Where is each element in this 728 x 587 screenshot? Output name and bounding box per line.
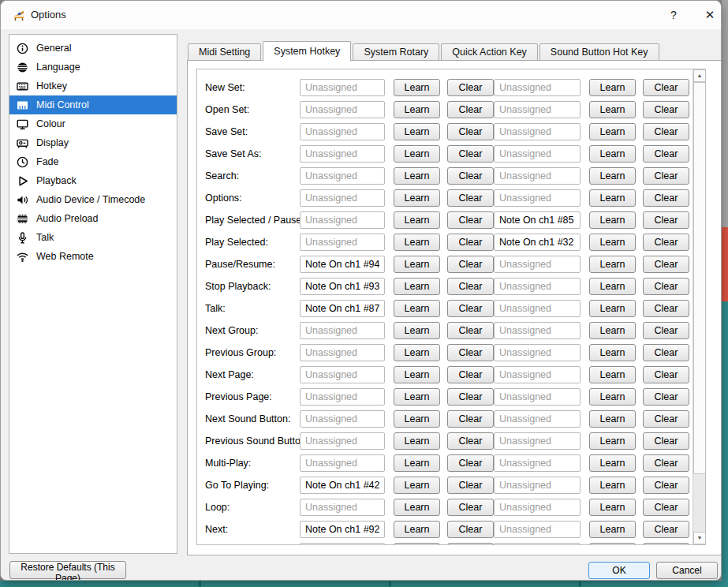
sidebar-item-audio-device-timecode[interactable]: Audio Device / Timecode bbox=[9, 190, 177, 209]
tab-sound-button-hot-key[interactable]: Sound Button Hot Key bbox=[539, 43, 659, 61]
clear-button-secondary[interactable]: Clear bbox=[643, 521, 689, 538]
clear-button-secondary[interactable]: Clear bbox=[643, 477, 689, 494]
clear-button-primary[interactable]: Clear bbox=[447, 278, 494, 295]
learn-button-primary[interactable]: Learn bbox=[394, 366, 440, 383]
sidebar-item-midi-control[interactable]: Midi Control bbox=[9, 95, 177, 114]
learn-button-secondary[interactable]: Learn bbox=[589, 256, 636, 273]
clear-button-secondary[interactable]: Clear bbox=[643, 256, 689, 273]
learn-button-primary[interactable]: Learn bbox=[394, 189, 440, 207]
midi-input-secondary[interactable] bbox=[494, 79, 581, 96]
midi-input-primary[interactable] bbox=[300, 123, 385, 140]
sidebar-item-display[interactable]: Display bbox=[9, 133, 177, 152]
learn-button-primary[interactable]: Learn bbox=[394, 322, 440, 339]
midi-input-secondary[interactable] bbox=[494, 322, 581, 339]
scrollbar-thumb[interactable] bbox=[693, 82, 706, 474]
learn-button-primary[interactable]: Learn bbox=[394, 344, 440, 361]
learn-button-primary[interactable]: Learn bbox=[394, 211, 440, 229]
learn-button-primary[interactable]: Learn bbox=[394, 234, 440, 251]
learn-button-secondary[interactable]: Learn bbox=[589, 521, 636, 538]
midi-input-secondary[interactable] bbox=[494, 366, 581, 383]
midi-input-primary[interactable] bbox=[300, 344, 385, 361]
learn-button-primary[interactable]: Learn bbox=[394, 543, 440, 545]
midi-input-primary[interactable] bbox=[300, 543, 385, 545]
learn-button-secondary[interactable]: Learn bbox=[589, 322, 636, 339]
midi-input-secondary[interactable] bbox=[494, 454, 581, 472]
midi-input-secondary[interactable] bbox=[494, 234, 581, 251]
sidebar-item-general[interactable]: General bbox=[9, 39, 177, 58]
learn-button-primary[interactable]: Learn bbox=[394, 123, 440, 140]
clear-button-primary[interactable]: Clear bbox=[447, 344, 494, 361]
midi-input-secondary[interactable] bbox=[494, 432, 581, 450]
clear-button-primary[interactable]: Clear bbox=[447, 432, 494, 450]
sidebar-item-colour[interactable]: Colour bbox=[9, 114, 177, 133]
clear-button-secondary[interactable]: Clear bbox=[643, 322, 689, 339]
tab-system-hotkey[interactable]: System Hotkey bbox=[263, 41, 351, 62]
clear-button-primary[interactable]: Clear bbox=[447, 454, 494, 472]
midi-input-secondary[interactable] bbox=[494, 123, 581, 140]
learn-button-secondary[interactable]: Learn bbox=[589, 300, 636, 317]
titlebar[interactable]: Options ? ✕ bbox=[1, 1, 721, 29]
midi-input-primary[interactable] bbox=[300, 79, 385, 96]
clear-button-secondary[interactable]: Clear bbox=[643, 388, 689, 406]
learn-button-primary[interactable]: Learn bbox=[394, 278, 440, 295]
clear-button-primary[interactable]: Clear bbox=[447, 211, 494, 229]
midi-input-secondary[interactable] bbox=[494, 344, 581, 361]
learn-button-secondary[interactable]: Learn bbox=[589, 454, 636, 472]
clear-button-primary[interactable]: Clear bbox=[447, 101, 494, 118]
midi-input-primary[interactable] bbox=[300, 234, 385, 251]
learn-button-primary[interactable]: Learn bbox=[394, 477, 440, 494]
midi-input-primary[interactable] bbox=[300, 101, 385, 118]
midi-input-primary[interactable] bbox=[300, 211, 385, 229]
learn-button-primary[interactable]: Learn bbox=[394, 521, 440, 538]
midi-input-secondary[interactable] bbox=[494, 300, 581, 317]
learn-button-primary[interactable]: Learn bbox=[394, 300, 440, 317]
clear-button-primary[interactable]: Clear bbox=[447, 167, 494, 185]
midi-input-secondary[interactable] bbox=[494, 256, 581, 273]
learn-button-primary[interactable]: Learn bbox=[394, 410, 440, 428]
clear-button-primary[interactable]: Clear bbox=[447, 543, 494, 545]
clear-button-secondary[interactable]: Clear bbox=[643, 344, 689, 361]
cancel-button[interactable]: Cancel bbox=[656, 562, 718, 579]
clear-button-primary[interactable]: Clear bbox=[447, 477, 494, 494]
sidebar-item-hotkey[interactable]: Hotkey bbox=[9, 77, 177, 95]
learn-button-secondary[interactable]: Learn bbox=[589, 477, 636, 494]
midi-input-primary[interactable] bbox=[300, 322, 385, 339]
midi-input-secondary[interactable] bbox=[494, 101, 581, 118]
sidebar-item-language[interactable]: Language bbox=[9, 58, 177, 77]
clear-button-secondary[interactable]: Clear bbox=[643, 234, 689, 251]
midi-input-primary[interactable] bbox=[300, 521, 385, 538]
learn-button-secondary[interactable]: Learn bbox=[589, 189, 636, 207]
midi-input-primary[interactable] bbox=[300, 388, 385, 406]
clear-button-primary[interactable]: Clear bbox=[447, 521, 494, 538]
scrollbar[interactable]: ▲ ▼ bbox=[693, 69, 705, 544]
clear-button-primary[interactable]: Clear bbox=[447, 189, 494, 207]
learn-button-primary[interactable]: Learn bbox=[394, 167, 440, 185]
clear-button-secondary[interactable]: Clear bbox=[643, 145, 689, 163]
sidebar-item-web-remote[interactable]: Web Remote bbox=[9, 247, 177, 266]
clear-button-secondary[interactable]: Clear bbox=[643, 211, 689, 229]
midi-input-primary[interactable] bbox=[300, 432, 385, 450]
clear-button-secondary[interactable]: Clear bbox=[643, 454, 689, 472]
clear-button-primary[interactable]: Clear bbox=[447, 234, 494, 251]
learn-button-secondary[interactable]: Learn bbox=[589, 123, 636, 140]
learn-button-secondary[interactable]: Learn bbox=[589, 366, 636, 383]
midi-input-primary[interactable] bbox=[300, 300, 385, 317]
clear-button-secondary[interactable]: Clear bbox=[643, 101, 689, 118]
clear-button-primary[interactable]: Clear bbox=[447, 499, 494, 516]
midi-input-primary[interactable] bbox=[300, 454, 385, 472]
help-button[interactable]: ? bbox=[660, 1, 687, 29]
clear-button-secondary[interactable]: Clear bbox=[643, 278, 689, 295]
midi-input-secondary[interactable] bbox=[494, 521, 581, 538]
learn-button-secondary[interactable]: Learn bbox=[589, 278, 636, 295]
midi-input-secondary[interactable] bbox=[494, 543, 581, 545]
tab-quick-action-key[interactable]: Quick Action Key bbox=[441, 43, 538, 61]
clear-button-primary[interactable]: Clear bbox=[447, 388, 494, 406]
clear-button-secondary[interactable]: Clear bbox=[643, 300, 689, 317]
sidebar-item-playback[interactable]: Playback bbox=[9, 171, 177, 190]
learn-button-secondary[interactable]: Learn bbox=[589, 101, 636, 118]
midi-input-primary[interactable] bbox=[300, 410, 385, 428]
tab-midi-setting[interactable]: Midi Setting bbox=[188, 43, 261, 61]
learn-button-secondary[interactable]: Learn bbox=[589, 79, 636, 96]
midi-input-primary[interactable] bbox=[300, 499, 385, 516]
midi-input-secondary[interactable] bbox=[494, 477, 581, 494]
